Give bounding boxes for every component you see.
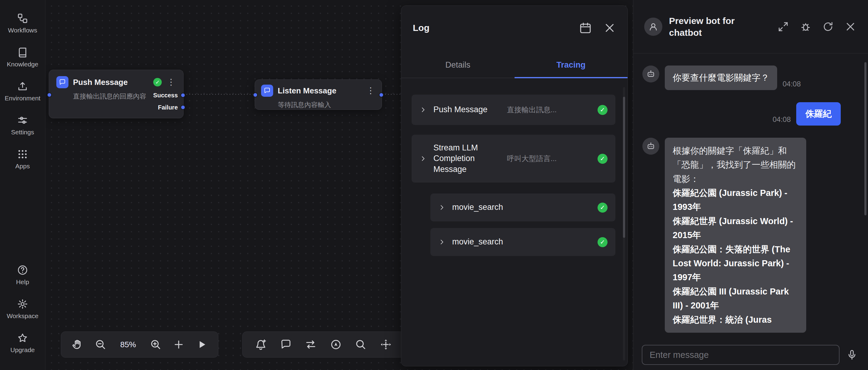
log-entry-movie-search-2[interactable]: movie_search ✓ — [430, 228, 615, 256]
log-entry-title: movie_search — [452, 202, 597, 213]
log-tabs: Details Tracing — [401, 56, 627, 78]
success-check-icon: ✓ — [597, 105, 608, 115]
workflows-icon — [17, 13, 28, 24]
input-port[interactable] — [47, 92, 52, 97]
node-listen-message[interactable]: Listen Message ⋮ 等待訊息內容輸入 — [255, 80, 382, 110]
tab-tracing[interactable]: Tracing — [515, 56, 628, 78]
sidebar-item-environment[interactable]: Environment — [5, 81, 40, 102]
search-icon[interactable] — [355, 338, 367, 350]
canvas-zoom-toolbar: 85% — [61, 332, 218, 358]
close-icon[interactable] — [844, 21, 857, 33]
message-time: 04:08 — [773, 115, 791, 124]
output-port[interactable] — [379, 92, 384, 97]
settings-icon — [17, 115, 28, 126]
chat-icon[interactable] — [280, 338, 292, 350]
log-panel: Log Details Tracing Push Message 直接輸出訊息.… — [401, 5, 628, 366]
node-title: Listen Message — [278, 86, 361, 95]
bot-message-row: 你要查什麼電影關鍵字？ 04:08 — [642, 65, 856, 90]
chat-input-row — [633, 340, 868, 370]
sidebar-item-knowledge[interactable]: Knowledge — [7, 47, 38, 68]
sidebar-item-label: Help — [16, 278, 29, 286]
movie-result: 侏羅紀公園 III (Jurassic Park III) - 2001年 — [673, 284, 798, 313]
sidebar: Workflows Knowledge Environment Settings… — [0, 0, 45, 370]
sidebar-item-workspace[interactable]: Workspace — [7, 298, 38, 320]
tab-details[interactable]: Details — [401, 56, 515, 78]
expand-icon[interactable] — [777, 21, 789, 33]
sidebar-item-label: Workflows — [8, 27, 37, 34]
bot-message-avatar — [642, 138, 659, 155]
chevron-right-icon[interactable] — [420, 155, 427, 162]
user-message-bubble: 侏羅紀 — [796, 102, 841, 125]
scrollbar-thumb[interactable] — [864, 62, 867, 215]
node-menu-icon[interactable]: ⋮ — [166, 78, 176, 86]
success-check-icon: ✓ — [597, 154, 608, 164]
movie-result: 侏羅紀世界 (Jurassic World) - 2015年 — [673, 214, 798, 242]
log-entry-title: Stream LLM Completion Message — [433, 143, 498, 175]
close-icon[interactable] — [603, 22, 616, 34]
input-port[interactable] — [253, 92, 258, 97]
sidebar-item-help[interactable]: Help — [16, 264, 29, 286]
sidebar-item-workflows[interactable]: Workflows — [8, 13, 37, 34]
pan-hand-icon[interactable] — [71, 338, 84, 350]
zoom-level[interactable]: 85% — [118, 340, 139, 349]
bot-message-bubble: 你要查什麼電影關鍵字？ — [665, 65, 777, 90]
preview-header-actions — [777, 21, 857, 33]
success-check-icon: ✓ — [597, 203, 608, 212]
node-menu-icon[interactable]: ⋮ — [366, 86, 376, 95]
chat-input[interactable] — [642, 345, 840, 365]
movie-result: 侏羅紀公園：失落的世界 (The Lost World: Jurassic Pa… — [673, 242, 798, 284]
log-entry-movie-search-1[interactable]: movie_search ✓ — [430, 194, 615, 221]
log-entry-stream-llm[interactable]: Stream LLM Completion Message 呼叫大型語言... … — [411, 135, 615, 182]
calendar-icon[interactable] — [579, 22, 592, 34]
log-entry-push-message[interactable]: Push Message 直接輸出訊息... ✓ — [411, 95, 615, 125]
log-panel-title: Log — [413, 23, 567, 33]
swap-arrows-icon[interactable] — [305, 338, 317, 350]
sidebar-item-settings[interactable]: Settings — [11, 115, 34, 136]
chevron-right-icon[interactable] — [420, 106, 427, 113]
sidebar-item-apps[interactable]: Apps — [16, 149, 30, 170]
tracing-entries: Push Message 直接輸出訊息... ✓ Stream LLM Comp… — [401, 78, 627, 256]
notification-add-icon[interactable] — [255, 338, 267, 350]
scrollbar-thumb[interactable] — [623, 97, 625, 238]
preview-title: Preview bot for chatbot — [669, 15, 760, 38]
log-entry-title: Push Message — [433, 104, 498, 115]
sidebar-item-upgrade[interactable]: Upgrade — [10, 333, 35, 353]
chevron-right-icon[interactable] — [438, 238, 445, 246]
apps-icon — [17, 149, 28, 160]
locate-icon[interactable] — [330, 338, 342, 350]
refresh-icon[interactable] — [822, 21, 834, 33]
zoom-out-icon[interactable] — [94, 338, 106, 350]
fit-view-move-icon[interactable] — [380, 338, 392, 350]
sidebar-item-label: Workspace — [7, 312, 38, 320]
movie-result: 侏羅紀世界：統治 (Juras — [673, 313, 798, 326]
upgrade-star-icon — [17, 333, 28, 344]
port-label-success: Success — [153, 92, 178, 99]
message-intro: 根據你的關鍵字「侏羅紀」和「恐龍」，我找到了一些相關的電影： — [673, 144, 798, 186]
node-header: Listen Message ⋮ — [261, 85, 376, 97]
message-bubble-icon — [261, 85, 273, 97]
log-entry-subtitle: 呼叫大型語言... — [507, 154, 597, 164]
node-push-message[interactable]: Push Message ✓ ⋮ 直接輸出訊息的回應內容 Success Fai… — [49, 70, 184, 118]
failure-output-port[interactable] — [181, 105, 185, 110]
bot-avatar — [644, 18, 662, 36]
add-node-icon[interactable] — [173, 338, 185, 350]
log-entry-subtitle: 直接輸出訊息... — [507, 105, 597, 115]
active-tab-indicator — [515, 77, 628, 78]
chevron-right-icon[interactable] — [438, 204, 445, 211]
bot-message-avatar — [642, 65, 659, 83]
sidebar-item-label: Environment — [5, 95, 40, 102]
chat-transcript: 你要查什麼電影關鍵字？ 04:08 04:08 侏羅紀 根據你的關鍵字「侏羅紀」… — [633, 53, 868, 340]
debug-bug-icon[interactable] — [800, 21, 812, 33]
node-success-check-icon: ✓ — [153, 78, 162, 86]
node-subtitle: 等待訊息內容輸入 — [278, 101, 376, 110]
message-time: 04:08 — [783, 80, 801, 88]
knowledge-icon — [17, 47, 28, 58]
zoom-in-icon[interactable] — [150, 338, 162, 350]
workspace-gear-icon — [17, 298, 28, 310]
mic-icon[interactable] — [846, 349, 858, 361]
movie-result: 侏羅紀公園 (Jurassic Park) - 1993年 — [673, 186, 798, 214]
success-output-port[interactable] — [181, 93, 185, 98]
preview-header: Preview bot for chatbot — [633, 0, 868, 53]
environment-icon — [17, 81, 28, 92]
run-play-icon[interactable] — [196, 338, 208, 350]
